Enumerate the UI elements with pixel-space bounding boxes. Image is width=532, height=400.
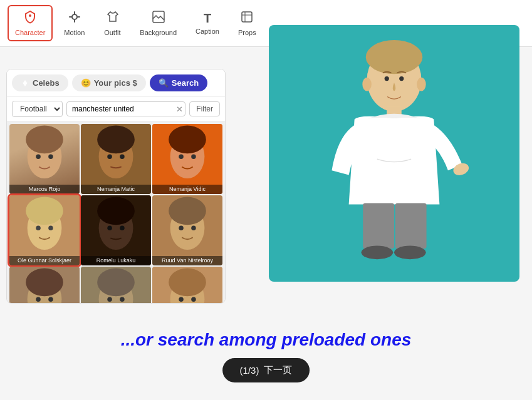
toolbar-character[interactable]: Character — [8, 5, 53, 41]
svg-point-45 — [169, 268, 206, 296]
face-cell-2[interactable]: Nemanja Matic — [81, 124, 151, 194]
svg-point-0 — [29, 14, 31, 17]
svg-rect-57 — [395, 203, 427, 249]
face-cell-5[interactable]: Romelu Lukaku — [81, 195, 151, 265]
page-indicator: (1/3) — [240, 365, 259, 376]
svg-point-16 — [179, 155, 183, 159]
face-cell-8[interactable]: Victor Lindelof — [81, 267, 151, 303]
svg-point-15 — [169, 125, 206, 153]
face-cell-9[interactable]: Wayne Rooney — [152, 267, 222, 303]
svg-rect-56 — [363, 203, 394, 249]
next-label: 下一页 — [264, 364, 292, 376]
svg-point-37 — [48, 297, 53, 302]
svg-point-40 — [97, 268, 135, 296]
search-tab-icon: 🔍 — [159, 78, 169, 88]
face-cell-4[interactable]: Ole Gunnar Solskjaer — [9, 195, 80, 265]
toolbar-outfit[interactable]: Outfit — [96, 5, 128, 41]
caption-icon: T — [204, 11, 211, 26]
svg-point-49 — [366, 40, 422, 74]
tab-search[interactable]: 🔍 Search — [150, 74, 207, 91]
toolbar-props[interactable]: Props — [231, 5, 264, 41]
svg-point-42 — [120, 297, 124, 302]
svg-point-10 — [97, 125, 135, 153]
toolbar-motion[interactable]: Motion — [56, 5, 92, 41]
category-select[interactable]: Football — [12, 101, 63, 117]
face-name-3: Nemanja Vidic — [152, 185, 222, 194]
svg-point-11 — [107, 155, 112, 159]
svg-point-25 — [97, 197, 135, 225]
svg-point-22 — [48, 226, 53, 230]
props-icon — [240, 10, 254, 27]
your-pics-icon: 😊 — [81, 78, 91, 88]
svg-point-59 — [394, 245, 426, 259]
svg-point-52 — [385, 76, 389, 81]
svg-point-47 — [191, 297, 196, 302]
motion-icon — [68, 10, 81, 27]
svg-point-1 — [72, 14, 77, 19]
svg-point-32 — [191, 226, 196, 230]
face-name-5: Romelu Lukaku — [81, 256, 151, 265]
svg-point-35 — [26, 268, 63, 296]
svg-point-26 — [107, 226, 112, 230]
toolbar-motion-label: Motion — [64, 29, 85, 36]
toolbar-outfit-label: Outfit — [104, 29, 120, 36]
svg-point-53 — [399, 76, 404, 81]
face-name-1: Marcos Rojo — [9, 185, 80, 194]
svg-point-20 — [26, 197, 63, 225]
svg-point-17 — [191, 155, 196, 159]
svg-point-36 — [36, 297, 40, 302]
face-cell-1[interactable]: Marcos Rojo — [9, 124, 80, 194]
svg-point-54 — [362, 78, 371, 91]
face-cell-3[interactable]: Nemanja Vidic — [152, 124, 222, 194]
svg-point-41 — [107, 297, 112, 302]
svg-point-6 — [36, 155, 40, 159]
svg-point-12 — [120, 155, 124, 159]
faces-grid: Marcos Rojo Nemanja Matic — [7, 121, 225, 303]
face-name-6: Ruud Van Nistelrooy — [152, 256, 222, 265]
face-cell-7[interactable]: Robin Van Persie — [9, 267, 80, 303]
toolbar-background[interactable]: Background — [132, 5, 184, 41]
tab-your-pics[interactable]: 😊 Your pics $ — [72, 74, 146, 91]
bottom-text: ...or search among preloaded ones — [0, 330, 532, 350]
tab-celebs[interactable]: Celebs — [12, 74, 68, 91]
toolbar-character-label: Character — [15, 29, 45, 36]
character-preview — [294, 34, 494, 272]
toolbar-props-label: Props — [238, 29, 256, 36]
clear-search-button[interactable]: ✕ — [176, 105, 183, 114]
search-input[interactable] — [66, 101, 185, 116]
toolbar-caption-label: Caption — [196, 28, 219, 35]
face-name-4: Ole Gunnar Solskjaer — [9, 256, 80, 265]
search-input-wrap: ✕ — [66, 101, 185, 116]
svg-point-27 — [120, 226, 124, 230]
outfit-icon — [105, 10, 119, 27]
face-name-2: Nemanja Matic — [81, 185, 151, 194]
tab-bar: Celebs 😊 Your pics $ 🔍 Search — [7, 69, 225, 97]
svg-point-58 — [362, 245, 394, 259]
toolbar-background-label: Background — [140, 29, 177, 36]
svg-point-5 — [26, 125, 63, 153]
svg-point-30 — [169, 197, 206, 225]
preview-area — [269, 25, 519, 282]
background-icon — [152, 10, 165, 27]
svg-point-46 — [179, 297, 183, 302]
face-cell-6[interactable]: Ruud Van Nistelrooy — [152, 195, 222, 265]
svg-point-55 — [417, 78, 425, 91]
filter-button[interactable]: Filter — [189, 101, 220, 116]
svg-point-7 — [48, 155, 53, 159]
toolbar-caption[interactable]: T Caption — [188, 6, 227, 40]
svg-point-21 — [36, 226, 40, 230]
svg-point-31 — [179, 226, 183, 230]
filter-row: Football ✕ Filter — [7, 97, 225, 121]
left-panel: Celebs 😊 Your pics $ 🔍 Search Football ✕… — [6, 69, 226, 304]
character-icon — [23, 10, 37, 27]
nav-next-button[interactable]: (1/3) 下一页 — [222, 358, 310, 382]
svg-rect-3 — [242, 12, 252, 22]
